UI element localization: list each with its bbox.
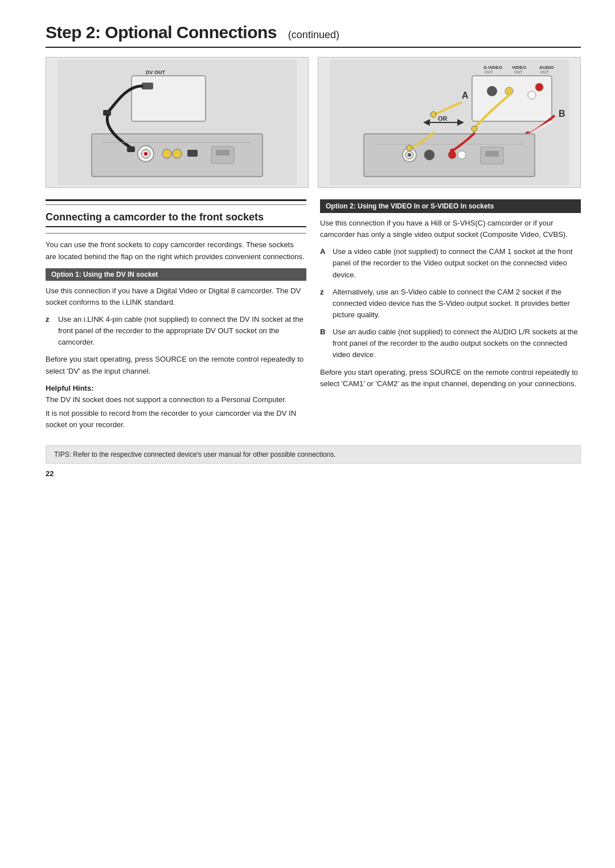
page-header: Step 2: Optional Connections (continued) bbox=[46, 23, 581, 48]
content-area: Connecting a camcorder to the front sock… bbox=[46, 199, 581, 434]
section-title: Connecting a camcorder to the front sock… bbox=[46, 211, 306, 227]
option2-step-A: A Use a video cable (not supplied) to co… bbox=[320, 246, 581, 280]
svg-rect-11 bbox=[187, 150, 198, 157]
dv-out-label: DV OUT bbox=[146, 69, 166, 75]
option2-header: Option 2: Using the VIDEO In or S-VIDEO … bbox=[320, 199, 581, 213]
tips-bar: TIPS: Refer to the respective connected … bbox=[46, 445, 581, 464]
svg-point-35 bbox=[472, 126, 477, 132]
svg-text:A: A bbox=[462, 91, 469, 100]
hint1: The DV IN socket does not support a conn… bbox=[46, 395, 286, 404]
svg-rect-15 bbox=[216, 150, 229, 155]
diagram-right: S-VIDEO VIDEO AUDIO OUT OUT OUT A bbox=[318, 57, 581, 188]
svg-text:OR: OR bbox=[438, 115, 448, 122]
svg-point-10 bbox=[173, 149, 182, 158]
option2-description: Use this connection if you have a Hi8 or… bbox=[320, 218, 581, 240]
option2-step-z: z Alternatively, use an S-Video cable to… bbox=[320, 286, 581, 321]
diagram-left: DV OUT bbox=[46, 57, 309, 188]
svg-text:OUT: OUT bbox=[514, 70, 523, 74]
svg-point-24 bbox=[487, 86, 497, 96]
svg-text:S-VIDEO: S-VIDEO bbox=[483, 65, 502, 70]
svg-point-8 bbox=[144, 152, 147, 155]
svg-point-27 bbox=[528, 91, 536, 99]
svg-point-41 bbox=[424, 150, 434, 160]
option1-step-z: z Use an i.LINK 4-pin cable (not supplie… bbox=[46, 314, 306, 348]
diagram-right-svg: S-VIDEO VIDEO AUDIO OUT OUT OUT A bbox=[330, 60, 569, 185]
svg-point-30 bbox=[430, 112, 436, 117]
svg-text:AUDIO: AUDIO bbox=[539, 65, 554, 70]
intro-text: You can use the front sockets to copy ca… bbox=[46, 239, 306, 262]
option2-step-B: B Use an audio cable (not supplied) to c… bbox=[320, 326, 581, 361]
tips-text: TIPS: Refer to the respective connected … bbox=[54, 451, 336, 458]
option1-header: Option 1: Using the DV IN socket bbox=[46, 268, 306, 281]
option2-before-text: Before you start operating, press SOURCE… bbox=[320, 367, 581, 390]
svg-point-9 bbox=[162, 149, 171, 158]
svg-rect-12 bbox=[127, 146, 135, 152]
helpful-hints: Helpful Hints: The DV IN socket does not… bbox=[46, 383, 306, 431]
page-number: 22 bbox=[46, 469, 581, 478]
content-right: Option 2: Using the VIDEO In or S-VIDEO … bbox=[320, 199, 581, 434]
option1-description: Use this connection if you have a Digita… bbox=[46, 285, 306, 308]
svg-text:VIDEO: VIDEO bbox=[512, 65, 526, 70]
svg-point-25 bbox=[505, 87, 513, 95]
svg-point-26 bbox=[535, 83, 543, 91]
svg-text:OUT: OUT bbox=[485, 70, 494, 74]
svg-rect-47 bbox=[485, 151, 499, 157]
diagram-left-svg: DV OUT bbox=[58, 60, 297, 185]
hint2: It is not possible to record from the re… bbox=[46, 408, 306, 431]
divider-thin-top bbox=[46, 204, 306, 205]
svg-point-45 bbox=[450, 149, 454, 153]
svg-text:B: B bbox=[559, 109, 565, 118]
svg-point-44 bbox=[407, 145, 412, 151]
svg-rect-3 bbox=[142, 83, 153, 89]
svg-point-43 bbox=[458, 151, 466, 159]
svg-text:OUT: OUT bbox=[540, 70, 550, 74]
page-title: Step 2: Optional Connections (continued) bbox=[46, 23, 581, 42]
svg-rect-2 bbox=[132, 76, 206, 121]
svg-rect-23 bbox=[472, 76, 552, 121]
divider-thin-bottom bbox=[46, 233, 306, 234]
svg-point-40 bbox=[408, 153, 411, 157]
diagrams-row: DV OUT bbox=[46, 57, 581, 188]
option1-before-text: Before you start operating, press SOURCE… bbox=[46, 354, 306, 376]
divider-thick-top bbox=[46, 199, 306, 201]
content-left: Connecting a camcorder to the front sock… bbox=[46, 199, 306, 434]
